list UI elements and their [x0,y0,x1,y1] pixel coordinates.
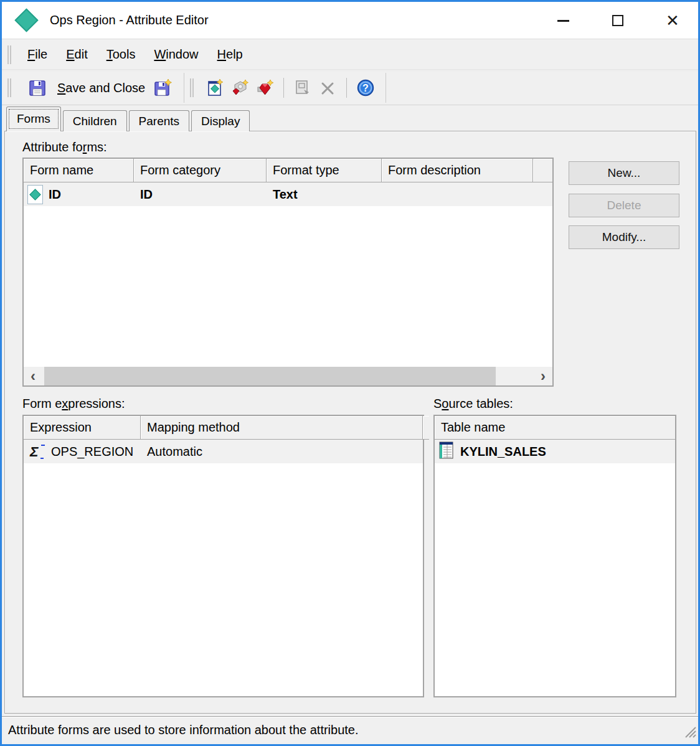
toolbar: Save and Close [2,70,698,105]
save-and-close-button[interactable]: Save and Close [20,78,150,97]
menubar-gripper[interactable] [7,45,11,64]
help-button[interactable]: ? [356,78,375,97]
forms-tab-panel: Attribute forms: Form name Form category… [4,131,696,714]
cell-mapping-method: Automatic [141,445,423,459]
toolbar-band-object: ? [184,73,386,103]
form-expressions-label: Form expressions: [22,397,125,411]
cell-form-name: ID [24,185,134,204]
maximize-icon [612,15,623,26]
column-header-form-name[interactable]: Form name [24,159,134,182]
save-as-button[interactable] [153,78,172,97]
cell-table-name: KYLIN_SALES [435,441,675,463]
save-icon [28,78,47,97]
svg-text:?: ? [362,83,369,93]
source-table-row[interactable]: KYLIN_SALES [435,440,675,463]
tab-forms[interactable]: Forms [6,106,61,131]
delete-button: Delete [569,194,679,217]
status-text: Attribute forms are used to store inform… [8,723,359,737]
cell-expression: Σ OPS_REGION [24,445,141,459]
source-tables-label: Source tables: [433,397,513,411]
form-expression-row[interactable]: Σ OPS_REGION Automatic [24,440,423,463]
column-header-format-type[interactable]: Format type [267,159,382,182]
attribute-forms-table: Form name Form category Format type Form… [22,158,554,387]
title-bar: Ops Region - Attribute Editor ✕ [2,2,698,39]
cell-form-category: ID [134,187,267,202]
edit-definition-button-disabled [293,78,312,97]
expression-sigma-icon: Σ [30,445,46,459]
toolbar-gripper-2[interactable] [190,78,194,97]
scroll-right-arrow[interactable]: › [534,367,552,385]
attribute-forms-label: Attribute forms: [22,140,107,154]
cell-format-type: Text [267,187,382,202]
attribute-editor-window: Ops Region - Attribute Editor ✕ File Edi… [0,0,700,746]
scroll-left-arrow[interactable]: ‹ [24,367,42,385]
status-bar: Attribute forms are used to store inform… [2,716,698,743]
toolbar-separator-2 [346,78,347,98]
tab-parents[interactable]: Parents [129,110,189,131]
minimize-icon [557,20,569,22]
source-tables-table: Table name [433,415,676,697]
horizontal-scrollbar[interactable]: ‹ › [24,367,552,385]
column-header-table-name[interactable]: Table name [435,416,675,440]
maximize-button[interactable] [610,12,626,29]
form-expressions-table: Expression Mapping method Σ OPS_REGION A… [22,415,424,697]
menu-help[interactable]: Help [210,47,250,62]
toolbar-gripper-1[interactable] [7,78,11,97]
column-header-filler [533,159,552,182]
column-header-filler [423,416,429,440]
table-icon [439,441,455,463]
column-header-expression[interactable]: Expression [24,416,141,440]
form-expressions-header: Expression Mapping method [24,416,423,440]
attribute-form-row-id[interactable]: ID ID Text [24,182,552,206]
toolbar-separator-1 [283,78,284,98]
menu-file[interactable]: File [20,47,55,62]
resize-grip-icon[interactable] [683,725,697,742]
app-diamond-icon [14,8,38,32]
window-title: Ops Region - Attribute Editor [50,13,209,27]
tab-strip: Forms Children Parents Display [6,106,252,131]
column-header-form-category[interactable]: Form category [134,159,267,182]
new-fact-button[interactable] [230,78,249,97]
window-controls: ✕ [555,2,681,39]
new-gem-object-button[interactable] [255,78,274,97]
column-header-mapping-method[interactable]: Mapping method [141,416,423,440]
new-button[interactable]: New... [569,161,679,185]
toolbar-band-save: Save and Close [2,73,175,103]
tab-display[interactable]: Display [191,110,250,131]
menu-tools[interactable]: Tools [99,47,143,62]
menu-window[interactable]: Window [146,47,206,62]
new-attribute-form-button[interactable] [206,78,224,97]
delete-button-disabled [318,78,337,97]
scrollbar-thumb[interactable] [44,367,496,385]
close-icon: ✕ [666,12,679,29]
minimize-button[interactable] [555,12,571,29]
source-tables-header: Table name [435,416,675,440]
menu-edit[interactable]: Edit [59,47,95,62]
menu-bar: File Edit Tools Window Help [2,40,698,70]
tab-children[interactable]: Children [63,110,127,131]
save-and-close-label: Save and Close [57,81,145,95]
modify-button[interactable]: Modify... [569,225,679,249]
column-header-form-description[interactable]: Form description [382,159,533,182]
close-button[interactable]: ✕ [665,12,681,29]
attribute-form-icon [27,185,43,204]
attribute-forms-header: Form name Form category Format type Form… [24,159,552,182]
